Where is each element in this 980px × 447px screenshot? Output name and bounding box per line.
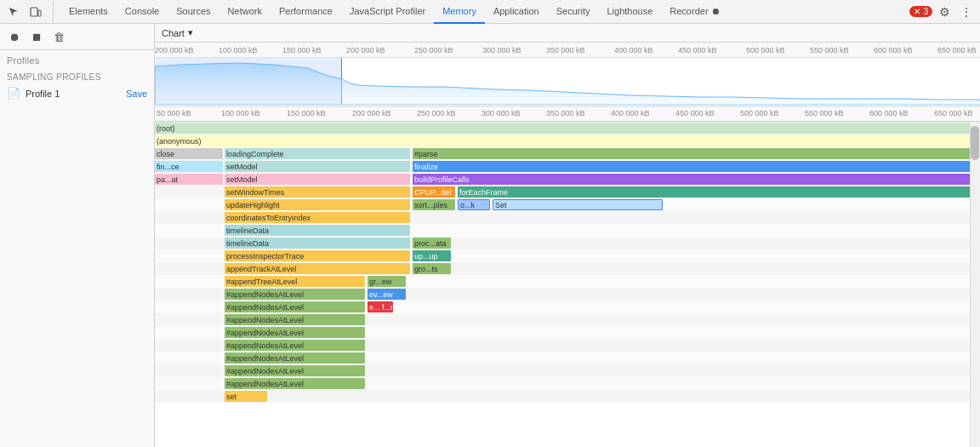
detail-tick: 50 000 kB — [157, 109, 191, 117]
profile-item[interactable]: 📄 Profile 1 Save — [0, 83, 154, 103]
flame-bar-appendtrack[interactable]: appendTrackAtLevel — [225, 263, 410, 274]
ruler-tick: 200 000 kB — [155, 46, 194, 54]
save-profile-button[interactable]: Save — [126, 89, 147, 99]
profile-label: Profile 1 — [26, 89, 121, 99]
flame-bar-fin-prefix[interactable]: fin...ce — [155, 161, 223, 172]
flame-row: timelineData proc...ata — [155, 237, 980, 249]
flame-bar-root[interactable]: (root) — [155, 123, 980, 134]
flame-bar-loading[interactable]: loadingComplete — [225, 148, 410, 159]
flame-bar-timeline2[interactable]: timelineData — [225, 238, 410, 249]
tab-memory[interactable]: Memory — [434, 0, 485, 24]
flame-row: #appendNodesAtLevel — [155, 313, 980, 326]
detail-tick: 550 000 kB — [805, 109, 844, 117]
flame-chart: (root) (anonymous) close loadingComplete… — [155, 122, 980, 403]
flame-bar-close-prefix[interactable]: close — [155, 148, 223, 159]
detail-ruler: 50 000 kB 100 000 kB 150 000 kB 200 000 … — [155, 106, 980, 122]
flame-bar-set-fn[interactable]: set — [225, 391, 267, 402]
flame-bar-finalize[interactable]: finalize — [413, 161, 980, 172]
ruler-tick: 150 000 kB — [282, 46, 322, 54]
flame-row: processInspectorTrace up...up — [155, 249, 980, 262]
flame-row: coordinatesToEntryIndex — [155, 211, 980, 224]
ruler-tick: 450 000 kB — [678, 46, 717, 54]
flame-bar-proc[interactable]: proc...ata — [413, 238, 451, 249]
flame-bar-appendtree[interactable]: #appendTreeAtLevel — [225, 276, 365, 287]
flame-bar-coordinates[interactable]: coordinatesToEntryIndex — [225, 212, 410, 223]
tab-security[interactable]: Security — [548, 0, 599, 24]
flame-bar-ok[interactable]: o...k — [458, 199, 490, 210]
flame-bar-pa-prefix[interactable]: pa...at — [155, 174, 223, 185]
flame-bar-setmodel1[interactable]: setModel — [225, 161, 410, 172]
tab-console[interactable]: Console — [117, 0, 168, 24]
flame-row: #appendNodesAtLevel e... f...r — [155, 301, 980, 313]
stop-button[interactable]: ⏹ — [27, 27, 46, 46]
detail-tick: 400 000 kB — [611, 109, 650, 117]
left-panel: ⏺ ⏹ 🗑 Profiles SAMPLING PROFILES 📄 Profi… — [0, 24, 155, 447]
flame-bar-buildprofile[interactable]: buildProfileCalls — [413, 174, 980, 185]
flame-row: #appendNodesAtLevel — [155, 377, 980, 390]
tab-performance[interactable]: Performance — [271, 0, 341, 24]
chart-dropdown[interactable]: Chart ▾ — [162, 27, 193, 38]
device-icon[interactable] — [26, 2, 46, 22]
tab-recorder[interactable]: Recorder ⏺ — [661, 0, 728, 24]
flame-row: #appendTreeAtLevel gr...ew — [155, 275, 980, 288]
record-button[interactable]: ⏺ — [5, 27, 24, 46]
flame-row: #appendNodesAtLevel — [155, 364, 980, 377]
flame-bar-nodes3[interactable]: #appendNodesAtLevel — [225, 314, 365, 325]
flame-bar-nodes7[interactable]: #appendNodesAtLevel — [225, 365, 365, 376]
tab-elements[interactable]: Elements — [60, 0, 117, 24]
flame-row: #appendNodesAtLevel ev...ew — [155, 288, 980, 301]
flame-row: (root) — [155, 122, 980, 135]
overview-svg — [155, 58, 980, 105]
flame-bar-gro[interactable]: gro...ts — [413, 263, 451, 274]
scrollbar-vertical[interactable] — [970, 122, 980, 447]
flame-bar-nodes1[interactable]: #appendNodesAtLevel — [225, 289, 365, 300]
tab-lighthouse[interactable]: Lighthouse — [598, 0, 661, 24]
flame-bar-cpup[interactable]: CPUP...del — [413, 186, 455, 198]
flame-bar-nodes2[interactable]: #appendNodesAtLevel — [225, 301, 365, 312]
flame-bar-parse[interactable]: #parse — [413, 148, 980, 159]
detail-tick: 500 000 kB — [740, 109, 779, 117]
ruler-tick: 350 000 kB — [546, 46, 585, 54]
ruler-tick: 100 000 kB — [219, 46, 258, 54]
flame-row: fin...ce setModel finalize — [155, 160, 980, 173]
detail-tick: 250 000 kB — [417, 109, 456, 117]
flame-bar-grew[interactable]: gr...ew — [368, 276, 406, 287]
flame-bar-sort[interactable]: sort...ples — [413, 199, 455, 210]
flame-bar-setmodel2[interactable]: setModel — [225, 174, 410, 185]
tab-application[interactable]: Application — [485, 0, 548, 24]
profiles-title: Profiles — [7, 55, 147, 66]
ruler-tick: 650 000 kB — [937, 46, 977, 54]
svg-rect-1 — [38, 10, 41, 16]
flame-bar-nodes5[interactable]: #appendNodesAtLevel — [225, 340, 365, 351]
tab-sources[interactable]: Sources — [168, 0, 219, 24]
flame-bar-timeline1[interactable]: timelineData — [225, 225, 410, 236]
ruler-tick: 200 000 kB — [346, 46, 385, 54]
flame-bar-process[interactable]: processInspectorTrace — [225, 250, 410, 261]
flame-bar-foreach[interactable]: forEachFrame — [458, 186, 980, 198]
flame-bar-nodes6[interactable]: #appendNodesAtLevel — [225, 352, 365, 364]
flame-bar-nodes8[interactable]: #appendNodesAtLevel — [225, 378, 365, 389]
scrollbar-thumb[interactable] — [971, 126, 979, 160]
flame-bar-nodes4[interactable]: #appendNodesAtLevel — [225, 327, 365, 338]
detail-tick: 300 000 kB — [481, 109, 521, 117]
flame-bar-anon[interactable]: (anonymous) — [155, 135, 980, 146]
detail-tick: 150 000 kB — [287, 109, 326, 117]
clear-button[interactable]: 🗑 — [49, 27, 68, 46]
flame-bar-up[interactable]: up...up — [413, 250, 451, 261]
tab-js-profiler[interactable]: JavaScript Profiler — [341, 0, 434, 24]
flame-bar-updatehighlight[interactable]: updateHighlight — [225, 199, 410, 210]
flame-row: set — [155, 390, 980, 403]
svg-rect-0 — [31, 8, 37, 16]
flame-bar-setwindow[interactable]: setWindowTimes — [225, 186, 410, 198]
more-icon[interactable]: ⋮ — [956, 2, 977, 22]
flame-row: appendTrackAtLevel gro...ts — [155, 262, 980, 275]
flame-bar-ef[interactable]: e... f...r — [368, 301, 393, 312]
overview-area[interactable]: 200 000 kB 100 000 kB 150 000 kB 200 000… — [155, 43, 980, 106]
settings-icon[interactable]: ⚙ — [934, 2, 954, 22]
flame-bar-set[interactable]: Set — [493, 199, 663, 210]
flame-scroll-area[interactable]: (root) (anonymous) close loadingComplete… — [155, 122, 980, 447]
overview-chart[interactable] — [155, 58, 980, 105]
inspect-icon[interactable] — [3, 2, 24, 22]
flame-bar-evew[interactable]: ev...ew — [368, 289, 406, 300]
tab-network[interactable]: Network — [219, 0, 271, 24]
